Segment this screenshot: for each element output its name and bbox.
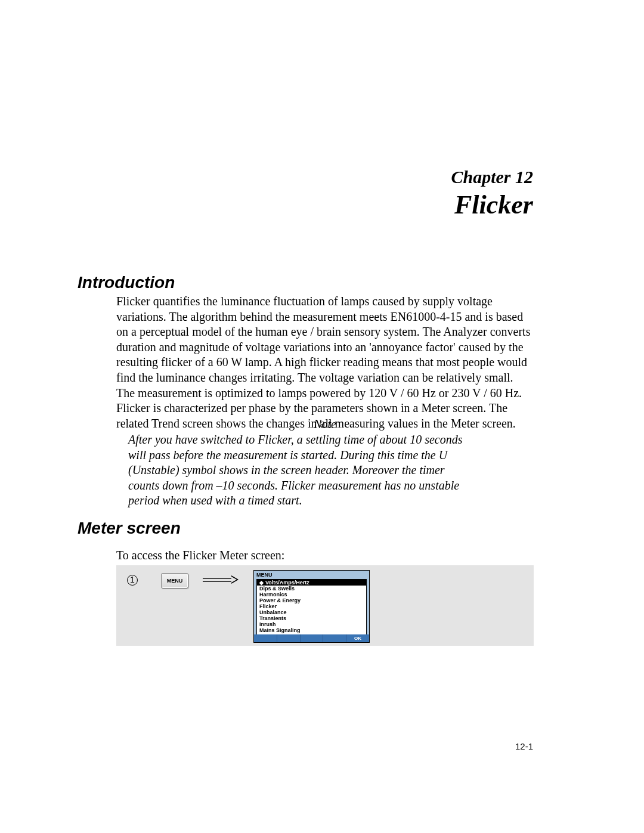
device-menu-list: ◆Volts/Amps/Hertz Dips & Swells Harmonic… (256, 579, 367, 640)
device-menu-item: Power & Energy (257, 597, 366, 603)
device-menu-screenshot: MENU ◆Volts/Amps/Hertz Dips & Swells Har… (253, 570, 370, 643)
device-menu-item: Mains Signaling (257, 627, 366, 633)
softkey-empty (254, 634, 277, 642)
arrow-icon (203, 576, 239, 584)
menu-hard-button: MENU (161, 573, 188, 589)
device-menu-item: Dips & Swells (257, 586, 366, 592)
meter-access-line: To access the Flicker Meter screen: (116, 549, 284, 562)
device-menu-item: Inrush (257, 621, 366, 627)
section-heading-introduction: Introduction (78, 273, 175, 292)
device-menu-title: MENU (254, 571, 369, 579)
device-softkey-bar: OK (254, 634, 369, 642)
updown-icon: ◆ (259, 580, 264, 586)
section-heading-meter-screen: Meter screen (78, 519, 181, 538)
device-menu-item-label: Volts/Amps/Hertz (265, 580, 309, 586)
introduction-body: Flicker quantifies the luminance fluctua… (116, 294, 534, 431)
page-number: 12-1 (515, 741, 533, 751)
softkey-empty (277, 634, 301, 642)
figure-meter-access: 1 MENU MENU ◆Volts/Amps/Hertz Dips & Swe… (116, 565, 534, 646)
device-menu-item: Harmonics (257, 592, 366, 597)
chapter-header: Chapter 12 Flicker (451, 167, 533, 220)
document-page: Chapter 12 Flicker Introduction Flicker … (0, 0, 644, 833)
softkey-ok: OK (346, 634, 369, 642)
softkey-empty (323, 634, 346, 642)
device-menu-item: Transients (257, 615, 366, 621)
note-body: After you have switched to Flicker, a se… (128, 432, 465, 509)
step-number-1: 1 (127, 575, 138, 586)
chapter-label: Chapter 12 (451, 167, 533, 187)
device-menu-item: Unbalance (257, 609, 366, 615)
device-menu-item: Flicker (257, 603, 366, 609)
device-menu-item-selected: ◆Volts/Amps/Hertz (257, 580, 366, 586)
softkey-empty (301, 634, 324, 642)
note-label: Note (116, 417, 534, 431)
chapter-title: Flicker (451, 190, 533, 220)
